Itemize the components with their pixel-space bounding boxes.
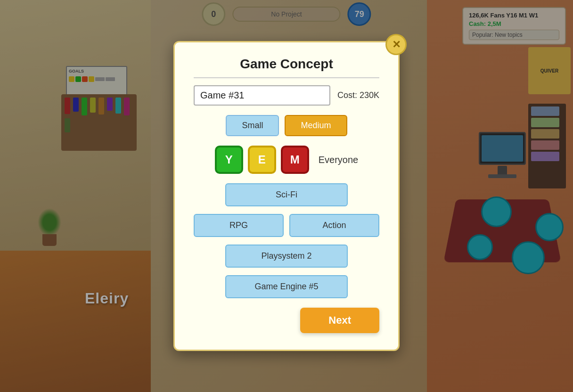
topic-scifi-button[interactable]: Sci-Fi (225, 183, 348, 206)
game-concept-modal: ✕ Game Concept Cost: 230K Small Medium Y… (173, 41, 400, 351)
age-m-button[interactable]: M (281, 146, 309, 174)
modal-close-button[interactable]: ✕ (385, 34, 407, 55)
age-e-button[interactable]: E (248, 146, 276, 174)
audience-label: Everyone (319, 155, 359, 165)
engine-button[interactable]: Game Engine #5 (225, 275, 348, 298)
next-button[interactable]: Next (300, 308, 379, 333)
genre-row: RPG Action (194, 214, 379, 237)
age-rating-row: Y E M Everyone (194, 146, 379, 174)
cost-label: Cost: 230K (337, 90, 379, 100)
age-y-button[interactable]: Y (215, 146, 243, 174)
size-buttons-row: Small Medium (194, 115, 379, 136)
genre-rpg-button[interactable]: RPG (194, 214, 284, 237)
size-small-button[interactable]: Small (226, 115, 279, 136)
modal-title: Game Concept (194, 57, 379, 78)
game-name-row: Cost: 230K (194, 85, 379, 106)
platform-button[interactable]: Playsystem 2 (225, 245, 348, 268)
genre-action-button[interactable]: Action (289, 214, 379, 237)
size-medium-button[interactable]: Medium (285, 115, 347, 136)
topic-row: Sci-Fi (194, 183, 379, 206)
engine-row: Game Engine #5 (194, 275, 379, 298)
platform-row: Playsystem 2 (194, 245, 379, 268)
next-button-row: Next (194, 308, 379, 333)
game-name-input[interactable] (194, 85, 330, 106)
